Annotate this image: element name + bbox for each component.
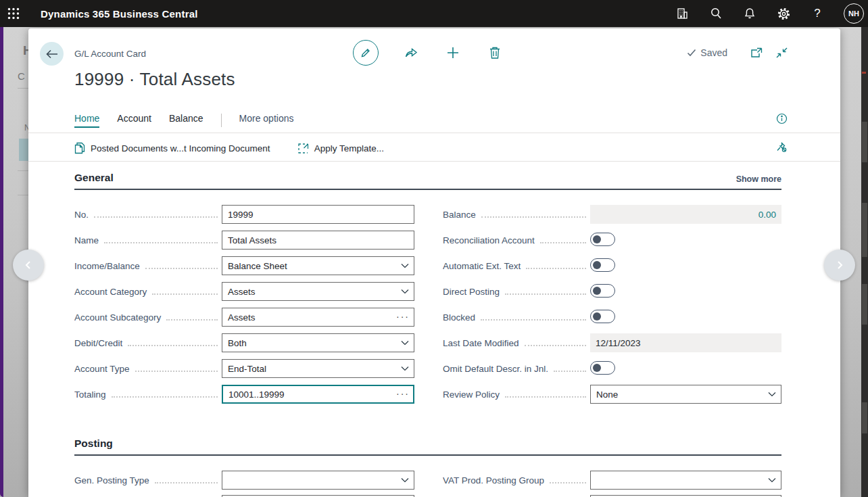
help-icon[interactable]: ? [810,6,825,21]
card-window-controls: Saved [687,47,788,58]
settings-gear-icon[interactable] [776,6,791,21]
tab-divider [221,114,222,127]
account-subcategory-value: Assets [228,312,256,323]
dotted-leader [112,396,218,398]
app-title[interactable]: Dynamics 365 Business Central [41,8,198,20]
dotted-leader [128,345,218,346]
field-row-vat-prod-posting-group: VAT Prod. Posting Group [443,471,781,490]
field-label-direct-posting: Direct Posting [443,287,590,297]
field-row-debit-credit: Debit/CreditBoth [74,333,414,352]
last-date-modified-readonly-value: 12/11/2023 [590,333,781,352]
delete-trash-icon[interactable] [485,43,504,62]
general-section-header: General Show more [74,172,781,184]
review-policy-select[interactable]: None [590,385,781,404]
tab-strip: HomeAccountBalanceMore options [74,112,293,129]
assist-edit-ellipsis-icon[interactable]: ··· [396,310,410,323]
tab-more-options[interactable]: More options [239,113,294,128]
balance-readonly-value: 0.00 [590,205,781,224]
field-label-automatic-ext-text: Automatic Ext. Text [443,261,590,271]
omit-default-descr-in-jnl-toggle[interactable] [590,361,615,375]
action-label: Posted Documents w...t Incoming Document [91,143,270,153]
field-row-income-balance: Income/BalanceBalance Sheet [74,256,414,275]
field-row-automatic-ext-text: Automatic Ext. Text [443,256,781,275]
dotted-leader [481,216,586,218]
reconciliation-account-toggle[interactable] [590,233,615,246]
general-left-column: No.19999NameTotal AssetsIncome/BalanceBa… [74,205,414,410]
field-label-review-policy: Review Policy [443,389,590,400]
toggle-knob [593,364,601,372]
apps-waffle-icon[interactable] [0,0,27,27]
search-icon[interactable] [708,6,723,21]
edit-pencil-icon[interactable] [353,40,379,66]
breadcrumb[interactable]: G/L Account Card [74,49,146,59]
open-in-window-icon[interactable] [750,47,763,58]
saved-indicator: Saved [687,47,727,58]
name-value: Total Assets [228,235,276,245]
previous-record-button[interactable] [13,250,44,281]
totaling-input[interactable]: 10001..19999 [222,385,414,404]
tab-home[interactable]: Home [74,113,99,128]
account-subcategory-input[interactable]: Assets [222,308,414,327]
account-category-select[interactable]: Assets [222,282,414,301]
income-balance-select[interactable]: Balance Sheet [222,256,414,275]
card-toolbar [353,40,504,66]
field-label-blocked: Blocked [443,312,590,323]
field-row-blocked: Blocked [443,308,781,327]
unpin-icon[interactable] [775,141,788,153]
back-button[interactable] [40,42,64,66]
toggle-knob [593,261,601,269]
totaling-value: 10001..19999 [228,389,285,400]
field-label-income-balance: Income/Balance [74,261,222,271]
automatic-ext-text-toggle[interactable] [590,258,615,272]
dotted-leader [505,293,586,295]
field-label-account-category: Account Category [74,287,222,297]
action-apply-template[interactable]: Apply Template... [297,143,384,154]
field-row-last-date-modified: Last Date Modified12/11/2023 [443,333,781,352]
vat-prod-posting-group-select[interactable] [590,471,781,490]
general-right-column: Balance0.00Reconciliation AccountAutomat… [443,205,781,410]
field-label-omit-default-descr-in-jnl: Omit Default Descr. in Jnl. [443,364,590,374]
debit-credit-select[interactable]: Both [222,333,414,352]
dotted-leader [525,345,586,346]
dotted-leader [145,268,218,269]
blocked-toggle[interactable] [590,310,615,323]
action-posted-documents-w-t-incoming-document[interactable]: Posted Documents w...t Incoming Document [74,142,270,154]
notifications-bell-icon[interactable] [742,6,757,21]
company-icon[interactable] [675,6,690,21]
dotted-leader [155,482,218,483]
dotted-leader [166,319,218,321]
dotted-leader [550,482,586,483]
dotted-leader [540,242,586,243]
user-avatar[interactable]: NH [844,3,864,24]
info-icon[interactable] [776,113,788,124]
direct-posting-toggle[interactable] [590,284,615,298]
tab-balance[interactable]: Balance [169,113,203,128]
share-icon[interactable] [402,43,420,62]
next-record-button[interactable] [824,250,855,281]
no-input[interactable]: 19999 [222,205,414,224]
background-selected-row-left [19,139,28,161]
add-plus-icon[interactable] [443,43,462,62]
field-row-totaling: Totaling10001..19999··· [74,385,414,404]
copy-document-icon [74,142,85,154]
toggle-knob [593,312,601,321]
tab-account[interactable]: Account [117,113,151,128]
field-row-no: No.19999 [74,205,414,224]
collapse-icon[interactable] [776,47,788,58]
field-row-account-category: Account CategoryAssets [74,282,414,301]
name-input[interactable]: Total Assets [222,231,414,250]
apply-template-icon [297,143,309,154]
account-type-select[interactable]: End-Total [222,359,414,378]
show-more-link[interactable]: Show more [736,174,781,184]
no-value: 19999 [228,210,254,220]
gl-account-card: G/L Account Card Saved [28,28,840,497]
assist-edit-ellipsis-icon[interactable]: ··· [396,387,410,400]
field-label-account-subcategory: Account Subcategory [74,312,222,323]
action-bar: Posted Documents w...t Incoming Document… [74,138,384,158]
field-label-debit-credit: Debit/Credit [74,338,222,348]
gen-posting-type-select[interactable] [222,471,414,490]
debit-credit-value: Both [228,338,247,348]
field-label-balance: Balance [443,210,590,220]
posting-section-title: Posting [74,437,113,449]
app-top-bar: Dynamics 365 Business Central [0,0,868,27]
